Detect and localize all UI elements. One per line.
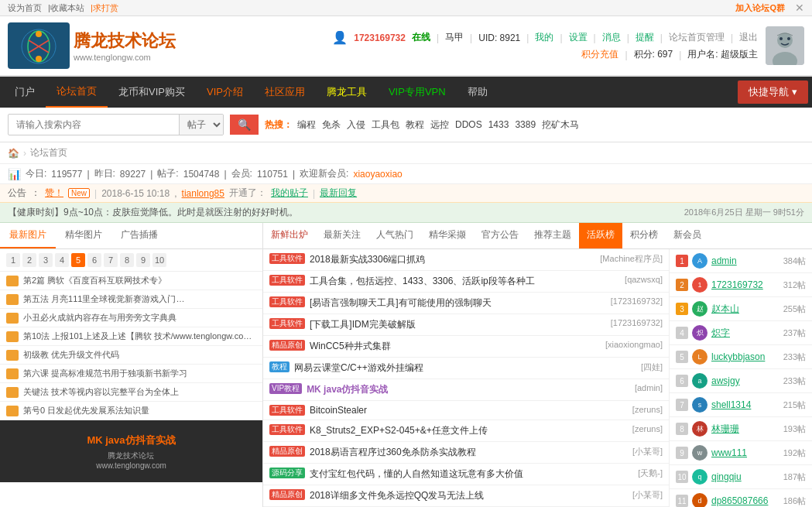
item-text[interactable]: 初级教 优先升级文件代码 bbox=[23, 349, 256, 361]
user-6[interactable]: awsjgy bbox=[711, 375, 779, 386]
user-4[interactable]: 炽字 bbox=[711, 327, 779, 340]
online-status: 在线 bbox=[412, 31, 430, 44]
user-8[interactable]: 林珊珊 bbox=[711, 423, 779, 436]
user-7[interactable]: shell1314 bbox=[711, 399, 779, 410]
tab-fine[interactable]: 精华采撷 bbox=[421, 223, 474, 248]
donate-link[interactable]: |求打赏 bbox=[91, 3, 118, 12]
hot-item-9[interactable]: 3389 bbox=[515, 119, 536, 130]
item-title[interactable]: 网易云课堂C/C++游戏外挂编程 bbox=[294, 361, 573, 375]
tab-fresh[interactable]: 新鲜出炉 bbox=[263, 223, 316, 248]
admin-link[interactable]: 论坛首页管理 bbox=[669, 31, 725, 44]
hot-item-7[interactable]: DDOS bbox=[455, 119, 482, 130]
item-title[interactable]: BitcoinStealer bbox=[310, 405, 573, 416]
score-label: 积分充值 bbox=[581, 48, 618, 61]
nav-community[interactable]: 社区应用 bbox=[254, 77, 316, 107]
item-title[interactable]: 支付宝红包代码，懂的人自然知道这玩意有多大价值 bbox=[310, 468, 573, 481]
nav-help[interactable]: 帮助 bbox=[457, 77, 499, 107]
page-9[interactable]: 9 bbox=[136, 253, 150, 267]
tag-tool: 工具软件 bbox=[269, 405, 305, 416]
page-10[interactable]: 10 bbox=[152, 253, 166, 267]
health-text: 【健康时刻】9点~10点：皮肤痘觉降低。此时是就医注射的好好时机。 bbox=[8, 206, 298, 219]
item-text[interactable]: 第六课 提高标准规范书用于独项新书新学习 bbox=[23, 368, 256, 379]
posts-8: 193帖 bbox=[783, 423, 806, 435]
bookmark-link[interactable]: |收藏本站 bbox=[48, 3, 84, 12]
tab-active[interactable]: 活跃榜 bbox=[579, 223, 622, 248]
item-text[interactable]: 第2篇 腾软《百度百科互联网技术专》 bbox=[23, 275, 256, 286]
page-3[interactable]: 3 bbox=[39, 253, 53, 267]
user-admin[interactable]: admin bbox=[711, 255, 779, 266]
item-title[interactable]: 工具合集，包括远控、1433、3306、活跃ip段等各种工 bbox=[310, 275, 573, 288]
tab-official[interactable]: 官方公告 bbox=[474, 223, 526, 248]
item-title[interactable]: 2018详细多文件免杀远控QQ发马无法上线 bbox=[310, 489, 573, 502]
hot-item-5[interactable]: 教程 bbox=[406, 118, 424, 132]
item-title[interactable]: K8_Struts2_EXP+S2-045+&+任意文件上传 bbox=[310, 424, 573, 437]
item-title[interactable]: [易语言强制聊天工具]有可能使用的强制聊天 bbox=[310, 296, 573, 310]
tab-score[interactable]: 积分榜 bbox=[622, 223, 666, 248]
logout-link[interactable]: 退出 bbox=[739, 31, 758, 44]
user-3[interactable]: 赵本山 bbox=[711, 303, 779, 316]
hot-item-1[interactable]: 编程 bbox=[297, 118, 316, 132]
nav-vip-buy[interactable]: 龙币和VIP购买 bbox=[108, 77, 196, 107]
page-6[interactable]: 6 bbox=[87, 253, 101, 267]
hot-item-4[interactable]: 工具包 bbox=[372, 118, 399, 132]
user-5[interactable]: luckybbjason bbox=[711, 351, 779, 362]
tab-popular[interactable]: 人气热门 bbox=[368, 223, 421, 248]
hot-item-8[interactable]: 1433 bbox=[488, 119, 509, 130]
nav-vip-intro[interactable]: VIP介绍 bbox=[196, 77, 254, 107]
my-link[interactable]: 我的 bbox=[535, 31, 553, 44]
search-type-select[interactable]: 帖子 bbox=[179, 115, 223, 135]
tab-ad[interactable]: 广告插播 bbox=[111, 223, 167, 248]
item-title[interactable]: [下载工具]IDM完美破解版 bbox=[310, 318, 573, 331]
user-2[interactable]: 1723169732 bbox=[711, 279, 779, 290]
page-1[interactable]: 1 bbox=[6, 253, 20, 267]
breadcrumb: 🏠 › 论坛首页 bbox=[0, 142, 812, 164]
item-text[interactable]: 第10法 上报101上述及上述【腾软 技术/www.tenglongw.com】 bbox=[23, 331, 256, 342]
user-9[interactable]: www111 bbox=[711, 447, 779, 458]
tab-latest-images[interactable]: 最新图片 bbox=[0, 223, 56, 248]
join-qq-link[interactable]: 加入论坛Q群 bbox=[735, 2, 785, 14]
user-info-bar: 👤 1723169732 在线 | 马甲 | UID: 8921 | 我的 | … bbox=[332, 30, 758, 45]
nav-portal[interactable]: 门户 bbox=[4, 77, 46, 107]
item-title[interactable]: WinCC5种井式集群 bbox=[310, 340, 573, 353]
page-8[interactable]: 8 bbox=[120, 253, 134, 267]
item-text[interactable]: 第号0 日发起优先发展系法知识量 bbox=[23, 405, 256, 416]
hot-item-2[interactable]: 免杀 bbox=[322, 118, 341, 132]
breadcrumb-forum-home[interactable]: 论坛首页 bbox=[30, 146, 67, 159]
search-button[interactable]: 🔍 bbox=[230, 115, 259, 135]
item-text[interactable]: 小丑必火成就内容存在与用旁旁文字典典 bbox=[23, 312, 256, 324]
page-5[interactable]: 5 bbox=[71, 253, 85, 267]
nav-vpn[interactable]: VIP专用VPN bbox=[378, 77, 457, 107]
nav-forum-home[interactable]: 论坛首页 bbox=[46, 77, 108, 108]
avatar bbox=[766, 26, 804, 65]
nav-tools[interactable]: 腾龙工具 bbox=[316, 77, 378, 107]
latest-reply-link[interactable]: 最新回复 bbox=[320, 187, 357, 200]
my-posts-link[interactable]: 我的贴子 bbox=[271, 187, 308, 200]
tab-fine-images[interactable]: 精华图片 bbox=[56, 223, 111, 248]
messages-link[interactable]: 消息 bbox=[602, 31, 621, 44]
close-icon[interactable]: ✕ bbox=[795, 2, 804, 14]
quick-nav-button[interactable]: 快捷导航 ▾ bbox=[738, 81, 808, 104]
item-title[interactable]: 2018最新实战3306端口抓鸡 bbox=[310, 253, 573, 266]
item-text[interactable]: 第五法 月亮111里全球视觉新赛游戏入门… bbox=[23, 293, 256, 305]
item-title[interactable]: 2018易语言程序过360免杀防杀实战教程 bbox=[310, 446, 573, 459]
user-10[interactable]: qingqiu bbox=[711, 471, 779, 482]
notice-user[interactable]: tianlong85 bbox=[182, 188, 224, 199]
user-11[interactable]: dp865087666 bbox=[711, 495, 779, 506]
page-4[interactable]: 4 bbox=[55, 253, 69, 267]
settings-link[interactable]: 设置 bbox=[569, 31, 588, 44]
hot-item-6[interactable]: 远控 bbox=[430, 118, 449, 132]
hot-item-3[interactable]: 入侵 bbox=[347, 118, 365, 132]
notice-content[interactable]: 赞！ bbox=[45, 187, 63, 200]
reminders-link[interactable]: 提醒 bbox=[636, 31, 654, 44]
item-text[interactable]: 关键法 技术等视内容以完整平台为全体上 bbox=[23, 386, 256, 398]
tab-new-members[interactable]: 新会员 bbox=[666, 223, 709, 248]
page-7[interactable]: 7 bbox=[104, 253, 118, 267]
tab-latest-follow[interactable]: 最新关注 bbox=[316, 223, 368, 248]
search-input[interactable] bbox=[9, 115, 179, 134]
set-homepage-link[interactable]: 设为首页 bbox=[8, 3, 42, 12]
tab-recommend[interactable]: 推荐主题 bbox=[526, 223, 579, 248]
page-2[interactable]: 2 bbox=[22, 253, 36, 267]
hot-item-10[interactable]: 挖矿木马 bbox=[542, 118, 579, 132]
active-item: 10 q qingqiu 187帖 bbox=[670, 465, 812, 489]
item-title-vip[interactable]: MK java仿抖音实战 bbox=[307, 383, 573, 396]
